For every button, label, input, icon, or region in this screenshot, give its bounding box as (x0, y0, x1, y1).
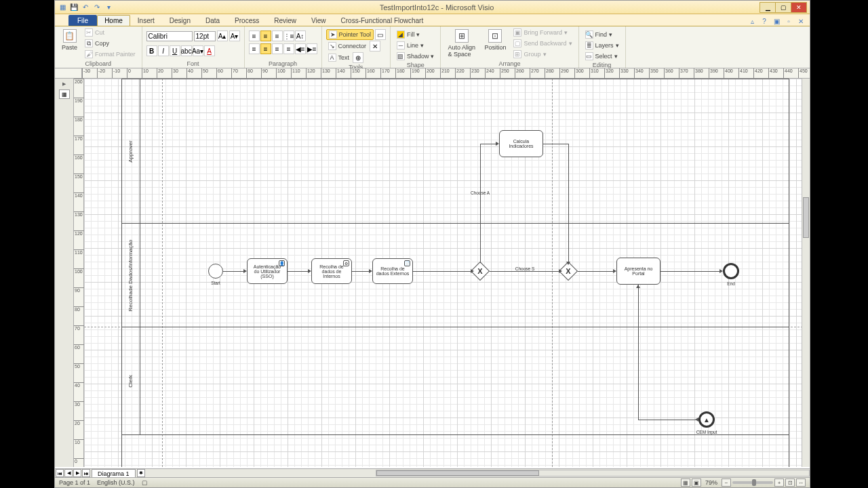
font-color-button[interactable]: A (204, 45, 215, 56)
shadow-button[interactable]: ▨Shadow ▾ (395, 52, 437, 61)
window-restore-icon[interactable]: ▫ (784, 16, 793, 26)
align-bottom-button[interactable]: ≡ (272, 30, 283, 41)
vertical-scrollbar-thumb[interactable] (803, 197, 809, 238)
help-icon[interactable]: ? (760, 16, 769, 26)
task-recolha-externos[interactable]: 📄 Recolha de dados Externos (372, 258, 413, 284)
undo-icon[interactable]: ↶ (81, 3, 90, 12)
page-next-button[interactable]: ▶ (73, 469, 81, 477)
layers-button[interactable]: ≣Layers ▾ (583, 41, 621, 50)
page-tab[interactable]: Diagrama 1 (92, 469, 136, 478)
fill-button[interactable]: ◢Fill ▾ (395, 30, 422, 39)
tab-process[interactable]: Process (227, 15, 267, 26)
message-event[interactable] (698, 411, 715, 428)
horizontal-scrollbar-thumb[interactable] (376, 470, 539, 476)
connection-point-button[interactable]: ⊕ (353, 52, 363, 63)
stencil-icon[interactable]: ▦ (59, 89, 70, 99)
tab-home[interactable]: Home (97, 15, 130, 26)
tab-insert[interactable]: Insert (130, 15, 162, 26)
tab-file[interactable]: File (68, 15, 97, 26)
switch-windows-button[interactable]: ↔ (796, 479, 806, 487)
pointer-tool-button[interactable]: ➤Pointer Tool (326, 29, 374, 40)
drawing-canvas[interactable]: Approver Recolhade Dados/Informação Cler… (84, 79, 810, 467)
connector[interactable] (578, 271, 613, 272)
connector[interactable] (480, 144, 481, 263)
close-button[interactable]: ✕ (791, 2, 807, 13)
delete-tool-button[interactable]: ✕ (370, 41, 380, 52)
position-button[interactable]: ⊡Position (481, 28, 509, 52)
connector[interactable] (352, 271, 369, 272)
connector[interactable] (223, 271, 243, 272)
find-button[interactable]: 🔍Find ▾ (583, 30, 615, 39)
insert-page-button[interactable]: ✱ (137, 469, 145, 477)
connector[interactable] (638, 285, 639, 420)
font-name-select[interactable] (146, 31, 193, 41)
send-backward-button[interactable]: ▢Send Backward ▾ (511, 39, 574, 48)
view-normal-button[interactable]: ▣ (692, 479, 701, 487)
horizontal-scrollbar[interactable] (376, 470, 810, 476)
connector[interactable] (660, 271, 719, 272)
connector[interactable] (288, 271, 308, 272)
align-right-button[interactable]: ≡ (272, 43, 283, 54)
connector[interactable] (543, 144, 569, 144)
font-grow-button[interactable]: A▴ (217, 30, 228, 41)
connector[interactable] (568, 144, 569, 262)
format-painter-button[interactable]: 🖌Format Painter (83, 49, 138, 59)
bullets-button[interactable]: ⋮≡ (283, 30, 294, 41)
font-size-select[interactable] (194, 31, 216, 41)
connector[interactable] (638, 420, 696, 420)
redo-icon[interactable]: ↷ (92, 3, 102, 12)
lane-header-clerk[interactable]: Clerk (121, 327, 140, 434)
font-shrink-button[interactable]: A▾ (229, 30, 240, 41)
macro-record-icon[interactable]: ▢ (142, 479, 148, 486)
align-center-button[interactable]: ≡ (260, 43, 271, 54)
bring-forward-button[interactable]: ▣Bring Forward ▾ (511, 28, 574, 37)
qat-more-icon[interactable]: ▾ (104, 3, 113, 12)
underline-button[interactable]: U (170, 45, 180, 56)
connector[interactable] (480, 144, 496, 144)
zoom-in-button[interactable]: + (774, 479, 784, 487)
tab-cross-functional[interactable]: Cross-Functional Flowchart (334, 15, 431, 26)
canvas-viewport[interactable]: Approver Recolhade Dados/Informação Cler… (84, 79, 810, 467)
page-first-button[interactable]: ⏮ (56, 469, 64, 477)
window-close-doc-icon[interactable]: ✕ (796, 16, 806, 26)
case-button[interactable]: Aa▾ (193, 45, 203, 56)
connector[interactable] (490, 271, 559, 272)
task-recolha-internos[interactable]: ⚙ Recolha de dados de Internos (311, 258, 352, 284)
indent-dec-button[interactable]: ◀≡ (295, 43, 306, 54)
save-icon[interactable]: 💾 (69, 3, 79, 12)
auto-align-button[interactable]: ⊞Auto Align & Space (445, 28, 479, 59)
copy-button[interactable]: ⧉Copy (83, 39, 138, 48)
lane-header-approver[interactable]: Approver (121, 79, 140, 223)
end-event[interactable] (723, 263, 739, 279)
align-left-button[interactable]: ≡ (249, 43, 260, 54)
task-calcula[interactable]: Calcula Indicadores (499, 130, 543, 157)
zoom-fit-button[interactable]: ⊡ (785, 479, 795, 487)
text-direction-button[interactable]: A↕ (295, 30, 306, 41)
align-top-button[interactable]: ≡ (249, 30, 260, 41)
swimlane-pool[interactable]: Approver Recolhade Dados/Informação Cler… (121, 79, 789, 467)
tab-view[interactable]: View (304, 15, 334, 26)
connector[interactable] (413, 271, 471, 272)
zoom-level[interactable]: 79% (705, 479, 717, 486)
zoom-slider[interactable] (732, 481, 773, 484)
task-auth[interactable]: 👤 Autenticação do Utilizador (SSO) (247, 258, 288, 284)
select-button[interactable]: ▭Select ▾ (583, 52, 620, 61)
maximize-button[interactable]: ▢ (775, 2, 791, 13)
group-button[interactable]: ⊞Group ▾ (511, 49, 574, 59)
rectangle-tool-button[interactable]: ▭ (375, 29, 386, 40)
tab-data[interactable]: Data (198, 15, 227, 26)
bold-button[interactable]: B (146, 45, 157, 56)
text-tool-button[interactable]: AText (326, 52, 352, 63)
italic-button[interactable]: I (158, 45, 169, 56)
cut-button[interactable]: ✂Cut (83, 28, 138, 37)
page-last-button[interactable]: ⏭ (82, 469, 90, 477)
align-middle-button[interactable]: ≡ (260, 30, 271, 41)
window-arrange-icon[interactable]: ▣ (772, 16, 781, 26)
connector-tool-button[interactable]: ↘Connector (326, 41, 369, 52)
task-apresenta[interactable]: Apresenta no Portal (616, 258, 660, 285)
align-justify-button[interactable]: ≡ (283, 43, 294, 54)
tab-design[interactable]: Design (162, 15, 198, 26)
start-event[interactable] (208, 264, 223, 279)
strike-button[interactable]: abc (181, 45, 192, 56)
view-full-button[interactable]: ▦ (681, 479, 690, 487)
